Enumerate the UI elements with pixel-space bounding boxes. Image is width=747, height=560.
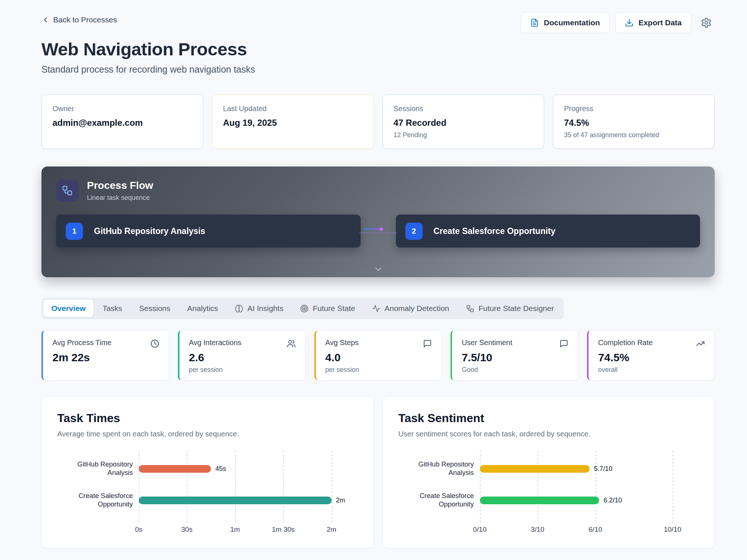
charts-row: Task Times Average time spent on each ta… [41, 396, 715, 548]
x-tick-label: 30s [181, 526, 193, 534]
metric-card-avg-steps: Avg Steps 4.0 per session [314, 330, 442, 380]
bar-value-label: 2m [336, 497, 345, 504]
tab-ai-insights[interactable]: AI Insights [227, 300, 291, 317]
process-step-1[interactable]: 1 GitHub Repository Analysis [56, 215, 361, 248]
tab-label: Tasks [102, 304, 122, 313]
metric-label: Avg Steps [325, 338, 359, 347]
tab-overview[interactable]: Overview [43, 300, 94, 317]
bar-value-label: 6.2/10 [604, 497, 622, 504]
bar-value-label: 5.7/10 [594, 465, 612, 473]
workflow-icon [56, 179, 79, 202]
documentation-button[interactable]: Documentation [521, 12, 609, 33]
tab-anomaly-detection[interactable]: Anomaly Detection [364, 300, 457, 317]
info-card-label: Progress [564, 105, 704, 113]
back-link-label: Back to Processes [53, 15, 117, 24]
category-axis-labels: GitHub Repository AnalysisCreate Salesfo… [398, 453, 480, 535]
tab-future-state[interactable]: Future State [292, 300, 363, 317]
tab-label: Overview [51, 304, 85, 313]
metric-card-avg-interactions: Avg Interactions 2.6 per session [178, 330, 306, 380]
info-card-sessions: Sessions 47 Recorded 12 Pending [383, 95, 544, 149]
expand-flow-chevron[interactable] [373, 264, 383, 274]
settings-button[interactable] [698, 14, 715, 31]
tab-analytics[interactable]: Analytics [179, 300, 226, 317]
header-actions: Documentation Export Data [521, 12, 715, 33]
process-steps: 1 GitHub Repository Analysis 2 Create Sa… [56, 215, 700, 248]
x-tick-label: 1m [230, 526, 240, 534]
chevron-down-icon [373, 264, 383, 274]
message-square-icon [423, 339, 432, 348]
info-card-last-updated: Last Updated Aug 19, 2025 [212, 95, 374, 149]
metric-card-avg-process-time: Avg Process Time 2m 22s [41, 330, 169, 380]
bar-create-salesforce-opportunity [139, 497, 332, 504]
category-axis-labels: GitHub Repository AnalysisCreate Salesfo… [57, 453, 139, 535]
bar-rows: 5.7/106.2/10 [480, 453, 673, 516]
x-tick-label: 0/10 [473, 526, 487, 534]
gridline [332, 451, 332, 523]
metric-card-completion-rate: Completion Rate 74.5% overall [587, 330, 715, 380]
bar-row: 45s [139, 453, 332, 484]
chart-card-task-times: Task Times Average time spent on each ta… [41, 396, 374, 548]
info-card-label: Owner [52, 105, 192, 113]
x-tick-label: 2m [327, 526, 336, 534]
metric-label: Completion Rate [598, 338, 653, 347]
tab-bar: Overview Tasks Sessions Analytics AI Ins… [41, 298, 564, 319]
trending-up-icon [696, 339, 705, 348]
chart-title: Task Times [57, 411, 358, 425]
metric-subvalue: per session [325, 366, 432, 374]
info-card-subvalue: 12 Pending [394, 131, 533, 139]
metric-card-row: Avg Process Time 2m 22s Avg Interactions… [41, 330, 715, 380]
process-flow-header: Process Flow Linear task sequence [56, 179, 700, 202]
file-text-icon [530, 18, 539, 27]
info-card-value: 74.5% [564, 118, 704, 128]
users-icon [287, 339, 296, 348]
metric-subvalue: Good [462, 366, 568, 374]
page-subtitle: Standard process for recording web navig… [41, 64, 715, 75]
x-axis-ticks: 0s30s1m1m 30s2m [139, 526, 332, 535]
tab-label: Future State [313, 304, 355, 313]
tab-label: AI Insights [247, 304, 283, 313]
x-tick-label: 1m 30s [272, 526, 295, 534]
info-card-value: admin@example.com [52, 118, 192, 128]
step-label: Create Salesforce Opportunity [434, 226, 555, 236]
x-tick-label: 3/10 [531, 526, 544, 534]
tab-tasks[interactable]: Tasks [94, 300, 130, 317]
page-title: Web Navigation Process [41, 39, 715, 59]
back-to-processes-link[interactable]: Back to Processes [41, 15, 117, 24]
process-flow-title: Process Flow [87, 180, 153, 191]
info-card-subvalue: 35 of 47 assignments completed [564, 131, 704, 139]
chevron-left-icon [41, 16, 50, 24]
metric-value: 2.6 [189, 351, 296, 364]
download-icon [625, 18, 634, 27]
activity-icon [372, 304, 380, 313]
info-card-label: Last Updated [223, 105, 363, 113]
x-tick-label: 0s [135, 526, 142, 534]
metric-value: 74.5% [598, 351, 705, 364]
metric-label: User Sentiment [462, 338, 512, 347]
info-card-label: Sessions [394, 105, 533, 113]
metric-label: Avg Interactions [189, 338, 241, 347]
gridline [673, 451, 673, 523]
workflow-icon [466, 304, 474, 313]
category-label: GitHub Repository Analysis [398, 453, 474, 484]
chart-plot: GitHub Repository AnalysisCreate Salesfo… [398, 453, 699, 535]
x-tick-label: 10/10 [664, 526, 681, 534]
clock-icon [150, 339, 159, 348]
process-step-2[interactable]: 2 Create Salesforce Opportunity [396, 215, 700, 248]
chart-title: Task Sentiment [398, 411, 699, 425]
chart-card-task-sentiment: Task Sentiment User sentiment scores for… [383, 396, 715, 548]
tab-sessions[interactable]: Sessions [131, 300, 178, 317]
metric-subvalue: per session [189, 366, 296, 374]
bar-row: 2m [139, 484, 332, 516]
chart-subtitle: User sentiment scores for each task, ord… [398, 430, 699, 438]
top-bar: Back to Processes Documentation Export D… [41, 12, 715, 33]
message-square-icon [560, 339, 568, 348]
category-label: Create Salesforce Opportunity [57, 484, 133, 516]
bar-create-salesforce-opportunity [480, 497, 600, 504]
tab-future-state-designer[interactable]: Future State Designer [458, 300, 562, 317]
bar-row: 6.2/10 [480, 484, 673, 516]
category-label: GitHub Repository Analysis [57, 453, 133, 484]
tab-label: Analytics [187, 304, 218, 313]
action-label: Export Data [638, 18, 682, 27]
metric-card-user-sentiment: User Sentiment 7.5/10 Good [451, 330, 578, 380]
export-data-button[interactable]: Export Data [615, 12, 691, 33]
